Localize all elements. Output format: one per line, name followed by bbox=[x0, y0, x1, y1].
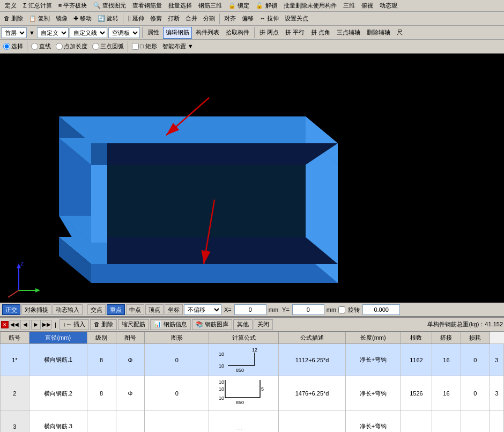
sep7 bbox=[85, 304, 85, 315]
component-list-btn[interactable]: 构件列表 bbox=[193, 27, 222, 39]
intersection-btn[interactable]: 交点 bbox=[87, 304, 106, 315]
point-length-tool[interactable]: 点加长度 bbox=[54, 42, 90, 51]
row3-shape-num bbox=[145, 411, 209, 433]
merge-btn[interactable]: 合并 bbox=[183, 13, 200, 25]
align-btn[interactable]: 对齐 bbox=[221, 13, 239, 25]
extend-btn[interactable]: ‖ 延伸 bbox=[125, 13, 147, 25]
other-btn[interactable]: 其他 bbox=[233, 319, 253, 330]
pick-component-btn[interactable]: 拾取构件 bbox=[223, 27, 252, 39]
rebar-row-2[interactable]: 2 横向钢筋.2 8 Φ 0 10 bbox=[1, 376, 504, 411]
menu-calc[interactable]: Σ 汇总计算 bbox=[20, 1, 55, 10]
midpoint-btn[interactable]: 中点 bbox=[126, 304, 144, 315]
move-btn[interactable]: ✚ 移动 bbox=[71, 13, 94, 25]
layer-select-custom[interactable]: 自定义 bbox=[37, 27, 69, 38]
delete-btn[interactable]: 🗑 删除 bbox=[1, 13, 26, 25]
vertex-btn[interactable]: 顶点 bbox=[145, 304, 164, 315]
viewport-3d[interactable]: Z bbox=[0, 54, 504, 303]
menu-view-rebar[interactable]: 查看钢筋量 bbox=[130, 1, 165, 10]
menu-batch-del[interactable]: 批量删除未使用构件 bbox=[281, 1, 339, 10]
nav-spacer: | bbox=[53, 321, 58, 328]
split-btn[interactable]: 分割 bbox=[201, 13, 218, 25]
toolbar-draw: 选择 直线 点加长度 三点圆弧 □ 矩形 智能布置 ▼ bbox=[0, 40, 504, 54]
rebar-lib-btn[interactable]: 📚 钢筋图库 bbox=[192, 319, 232, 330]
stretch-btn[interactable]: ↔ 拉伸 bbox=[257, 13, 281, 25]
menu-unlock[interactable]: 🔓 解锁 bbox=[253, 1, 279, 10]
rotate-label: 旋转 bbox=[346, 306, 361, 314]
point-angle-btn[interactable]: 拼 点角 bbox=[308, 27, 333, 39]
svg-text:5: 5 bbox=[261, 386, 264, 392]
rebar-del-btn[interactable]: 🗑 删除 bbox=[90, 319, 117, 330]
rebar-panel: ✕ ◀◀ ◀ ▶ ▶▶ | ↓← 插入 🗑 删除 缩尺配筋 📊 钢筋信息 📚 钢… bbox=[0, 317, 504, 432]
row3-name: 横向钢筋.3 bbox=[29, 411, 87, 433]
three-point-axis-btn[interactable]: 三点辅轴 bbox=[334, 27, 363, 39]
break-btn[interactable]: 打断 bbox=[165, 13, 182, 25]
two-point-btn[interactable]: 拼 两点 bbox=[257, 27, 281, 39]
menu-bar: 定义 Σ 汇总计算 ≡ 平齐板块 🔍 查找图元 查看钢筋量 批量选择 钢筋三维 … bbox=[0, 0, 504, 12]
dynamic-input-btn[interactable]: 动态输入 bbox=[53, 304, 83, 315]
nav-first-btn[interactable]: ◀◀ bbox=[10, 320, 19, 330]
rect-tool[interactable]: □ 矩形 bbox=[130, 42, 159, 51]
property-btn[interactable]: 属性 bbox=[145, 27, 162, 39]
three-arc-tool[interactable]: 三点圆弧 bbox=[90, 42, 126, 51]
close-rebar-btn[interactable]: 关闭 bbox=[254, 319, 273, 330]
menu-lock[interactable]: 🔒 锁定 bbox=[226, 1, 252, 10]
rebar-row-3[interactable]: 3 横向钢筋.3 ‥‥ 净长+弯 bbox=[1, 411, 504, 433]
coord-btn[interactable]: 坐标 bbox=[165, 304, 183, 315]
menu-find[interactable]: 🔍 查找图元 bbox=[91, 1, 129, 10]
menu-topview[interactable]: 俯视 bbox=[359, 1, 376, 10]
rotate-input[interactable] bbox=[362, 304, 400, 315]
row1-diameter: 8 bbox=[87, 344, 116, 376]
menu-flatten[interactable]: ≡ 平齐板块 bbox=[56, 1, 90, 10]
y-input[interactable] bbox=[292, 304, 324, 315]
rotate-btn[interactable]: 🔄 旋转 bbox=[95, 13, 121, 25]
row2-count: 16 bbox=[432, 376, 461, 411]
offset-select[interactable]: 不偏移 bbox=[184, 304, 221, 315]
smart-layout-btn[interactable]: 智能布置 ▼ bbox=[160, 41, 196, 53]
row1-grade: Φ bbox=[116, 344, 145, 376]
layer-select-ac[interactable]: 空调板 bbox=[108, 27, 140, 38]
menu-dynamic[interactable]: 动态观 bbox=[377, 1, 400, 10]
rebar-table: 筋号 直径(mm) 级别 图号 图形 计算公式 公式描述 长度(mm) 根数 搭… bbox=[0, 332, 504, 432]
offset-btn[interactable]: 偏移 bbox=[239, 13, 256, 25]
select-tool[interactable]: 选择 bbox=[1, 42, 25, 51]
menu-rebar3d[interactable]: 钢筋三维 bbox=[196, 1, 225, 10]
mirror-btn[interactable]: 镜像 bbox=[53, 13, 70, 25]
menu-define[interactable]: 定义 bbox=[2, 1, 19, 10]
orthogonal-btn[interactable]: 正交 bbox=[2, 304, 20, 315]
menu-3d[interactable]: 三维 bbox=[340, 1, 358, 10]
del-aux-btn[interactable]: 删除辅轴 bbox=[364, 27, 393, 39]
nav-last-btn[interactable]: ▶▶ bbox=[42, 320, 51, 330]
row1-shape-num: 0 bbox=[145, 344, 209, 376]
sep2 bbox=[219, 13, 220, 24]
midpoint-heavy-btn[interactable]: 重点 bbox=[107, 304, 125, 315]
svg-text:10: 10 bbox=[219, 352, 224, 357]
nav-next-btn[interactable]: ▶ bbox=[31, 320, 41, 330]
svg-text:10: 10 bbox=[219, 363, 224, 369]
col-diameter[interactable]: 直径(mm) bbox=[29, 332, 87, 344]
setpoint-btn[interactable]: 设置关点 bbox=[282, 13, 311, 25]
line-tool[interactable]: 直线 bbox=[29, 42, 53, 51]
svg-text:Z: Z bbox=[20, 261, 24, 267]
layer-select-custom-line[interactable]: 自定义线 bbox=[70, 27, 107, 38]
edit-rebar-btn[interactable]: 编辑钢筋 bbox=[163, 27, 192, 39]
toolbar-layer: 首层 ▼ 自定义 自定义线 空调板 属性 编辑钢筋 构件列表 拾取构件 拼 两点… bbox=[0, 26, 504, 40]
object-snap-btn[interactable]: 对象捕捉 bbox=[21, 304, 51, 315]
layer-select-floor[interactable]: 首层 bbox=[1, 27, 27, 38]
parallel-btn[interactable]: 拼 平行 bbox=[283, 27, 307, 39]
svg-text:10: 10 bbox=[219, 396, 224, 401]
rebar-row-1[interactable]: 1* 横向钢筋.1 8 Φ 0 12 bbox=[1, 344, 504, 376]
menu-batch-select[interactable]: 批量选择 bbox=[166, 1, 195, 10]
rebar-info-btn[interactable]: 📊 钢筋信息 bbox=[150, 319, 190, 330]
col-length: 长度(mm) bbox=[345, 332, 401, 344]
scale-rebar-btn[interactable]: 缩尺配筋 bbox=[118, 319, 149, 330]
x-input[interactable] bbox=[234, 304, 266, 315]
rebar-table-container[interactable]: 筋号 直径(mm) 级别 图号 图形 计算公式 公式描述 长度(mm) 根数 搭… bbox=[0, 332, 504, 432]
insert-btn[interactable]: ↓← 插入 bbox=[60, 319, 90, 330]
rotate-checkbox[interactable] bbox=[338, 306, 345, 313]
ruler-btn[interactable]: 尺 bbox=[394, 27, 405, 39]
rebar-panel-close-btn[interactable]: ✕ bbox=[1, 321, 9, 328]
nav-prev-btn[interactable]: ◀ bbox=[20, 320, 30, 330]
trim-btn[interactable]: 修剪 bbox=[147, 13, 165, 25]
sep1 bbox=[123, 13, 123, 24]
copy-btn[interactable]: 📋 复制 bbox=[26, 13, 53, 25]
